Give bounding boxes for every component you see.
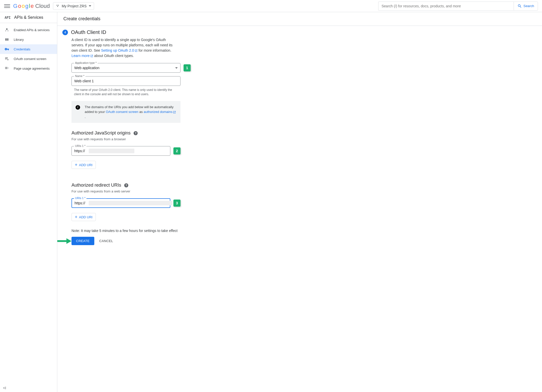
add-uri-button[interactable]: + ADD URI	[71, 213, 96, 221]
field-label: Application type	[74, 61, 98, 64]
page-title: Create credentials	[57, 12, 542, 26]
main-content: Create credentials 4 OAuth Client ID A c…	[57, 12, 542, 392]
link-oauth-consent[interactable]: OAuth consent screen	[106, 110, 138, 114]
cancel-button[interactable]: CANCEL	[98, 237, 114, 245]
sidebar-item-oauth-consent[interactable]: OAuth consent screen	[0, 54, 57, 64]
external-link-icon	[135, 49, 138, 52]
chevron-down-icon	[89, 5, 91, 7]
field-label: URIs 1	[74, 197, 86, 200]
svg-marker-4	[66, 238, 71, 244]
sidebar-item-page-usage[interactable]: Page usage agreements	[0, 64, 57, 73]
help-icon[interactable]: ?	[124, 183, 128, 187]
redirect-uris-desc: For use with requests from a web server	[71, 189, 249, 193]
list-icon	[5, 66, 9, 71]
application-type-field: Application type Web application	[71, 63, 180, 73]
callout-marker-3: 3	[173, 200, 180, 207]
project-name: My Project ZRS	[62, 4, 87, 8]
link-learn-more[interactable]: Learn more	[71, 54, 93, 58]
field-label: URIs 1	[74, 144, 86, 147]
sidebar-header[interactable]: API APIs & Services	[0, 12, 57, 23]
library-icon	[5, 37, 9, 42]
sidebar-item-label: OAuth consent screen	[14, 57, 46, 61]
annotation-arrow	[57, 237, 71, 245]
sidebar-title: APIs & Services	[14, 15, 43, 20]
diamond-icon	[5, 28, 9, 32]
js-origins-desc: For use with requests from a browser	[71, 137, 249, 141]
redacted-content	[89, 149, 134, 153]
help-icon[interactable]: ?	[134, 131, 138, 135]
svg-point-0	[57, 5, 57, 6]
search-input[interactable]	[378, 2, 514, 11]
sidebar-item-label: Page usage agreements	[14, 67, 50, 70]
project-selector[interactable]: My Project ZRS	[53, 2, 94, 10]
search-button[interactable]: Search	[514, 2, 538, 11]
link-setup-oauth[interactable]: Setting up OAuth 2.0	[101, 48, 138, 52]
sidebar-item-library[interactable]: Library	[0, 35, 57, 44]
settings-note: Note: It may take 5 minutes to a few hou…	[71, 229, 249, 233]
sidebar-item-credentials[interactable]: Credentials	[0, 44, 57, 54]
search-icon	[517, 4, 522, 8]
create-button[interactable]: CREATE	[71, 237, 94, 245]
consent-icon	[5, 56, 9, 61]
plus-icon: +	[75, 215, 78, 219]
callout-marker-1: 1	[184, 64, 191, 71]
step-title: OAuth Client ID	[71, 29, 106, 35]
api-icon: API	[5, 15, 11, 19]
menu-icon[interactable]	[4, 3, 10, 9]
chevron-down-icon	[175, 67, 178, 69]
sidebar-item-enabled-apis[interactable]: Enabled APIs & services	[0, 25, 57, 35]
sidebar-item-label: Credentials	[14, 47, 30, 51]
add-uri-button[interactable]: + ADD URI	[71, 161, 96, 169]
sidebar: API APIs & Services Enabled APIs & servi…	[0, 12, 57, 392]
name-helper-text: The name of your OAuth 2.0 client. This …	[74, 88, 175, 96]
project-icon	[56, 4, 60, 8]
redirect-uris-heading: Authorized redirect URIs ?	[71, 183, 249, 188]
name-field: Name	[71, 76, 180, 86]
google-cloud-logo[interactable]: Google Cloud	[13, 3, 50, 9]
step-number-badge: 4	[62, 30, 68, 35]
redacted-content	[89, 201, 172, 205]
info-box: i The domains of the URIs you add below …	[71, 101, 180, 123]
plus-icon: +	[75, 163, 78, 167]
step-description: A client ID is used to identify a single…	[71, 37, 178, 58]
external-link-icon	[90, 54, 93, 57]
js-origins-heading: Authorized JavaScript origins ?	[71, 130, 249, 136]
js-origin-uri-field: URIs 1	[71, 146, 170, 156]
sidebar-nav: Enabled APIs & services Library Credenti…	[0, 23, 57, 384]
svg-point-1	[58, 5, 59, 6]
name-input[interactable]	[71, 76, 180, 86]
step-header: 4 OAuth Client ID	[57, 26, 255, 35]
application-type-select[interactable]: Web application	[71, 63, 180, 73]
external-link-icon	[173, 111, 176, 114]
link-authorized-domains[interactable]: authorized domains	[144, 110, 176, 114]
search-bar: Search	[378, 2, 538, 11]
info-icon: i	[76, 105, 80, 110]
key-icon	[5, 47, 9, 51]
sidebar-item-label: Library	[14, 38, 24, 42]
svg-point-2	[57, 6, 58, 7]
collapse-sidebar-icon[interactable]: <I	[0, 384, 57, 392]
redirect-uri-field: URIs 1	[71, 198, 170, 208]
field-label: Name	[74, 74, 85, 77]
top-bar: Google Cloud My Project ZRS Search	[0, 0, 542, 12]
sidebar-item-label: Enabled APIs & services	[14, 28, 50, 32]
callout-marker-2: 2	[173, 147, 180, 154]
